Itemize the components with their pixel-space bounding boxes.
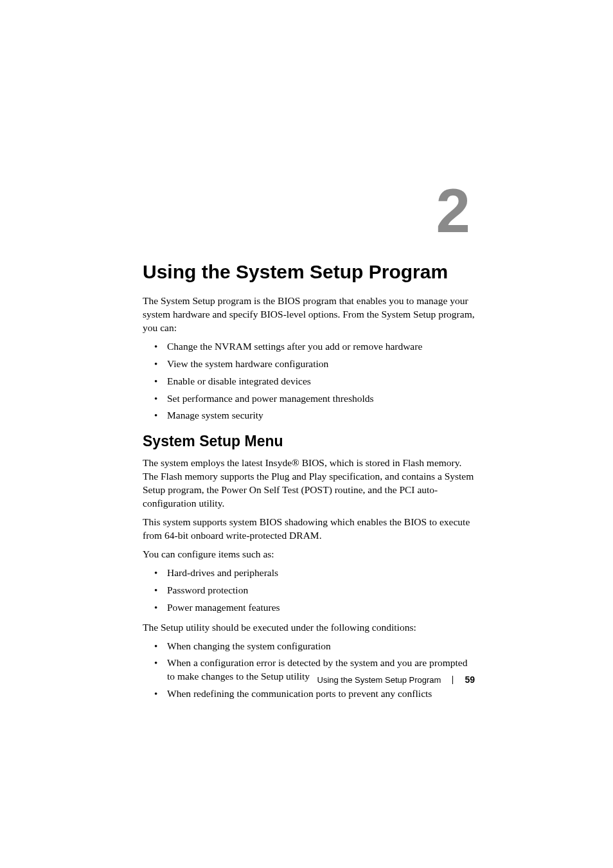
section-paragraph: The Setup utility should be executed und… (143, 621, 477, 635)
list-item: Hard-drives and peripherals (154, 566, 477, 580)
list-item: Power management features (154, 601, 477, 615)
conditions-bullet-list: When changing the system configuration W… (154, 640, 477, 701)
list-item: View the system hardware configuration (154, 357, 477, 371)
list-item: When redefining the communication ports … (154, 687, 477, 701)
list-item: When changing the system configuration (154, 640, 477, 653)
section-paragraph: The system employs the latest Insyde® BI… (143, 457, 477, 511)
page-number: 59 (465, 674, 475, 685)
section-paragraph: You can configure items such as: (143, 548, 477, 561)
page-footer: Using the System Setup Program 59 (317, 674, 475, 685)
list-item: Manage system security (154, 409, 477, 422)
intro-bullet-list: Change the NVRAM settings after you add … (154, 340, 477, 423)
intro-paragraph: The System Setup program is the BIOS pro… (143, 294, 477, 335)
chapter-title: Using the System Setup Program (143, 261, 477, 283)
config-bullet-list: Hard-drives and peripherals Password pro… (154, 566, 477, 615)
page-content: 2 Using the System Setup Program The Sys… (143, 180, 477, 707)
list-item: Change the NVRAM settings after you add … (154, 340, 477, 354)
chapter-number: 2 (143, 180, 477, 242)
footer-label: Using the System Setup Program (317, 675, 441, 685)
section-paragraph: This system supports system BIOS shadowi… (143, 516, 477, 543)
list-item: Set performance and power management thr… (154, 392, 477, 406)
section-title: System Setup Menu (143, 433, 477, 450)
footer-separator (452, 676, 453, 684)
list-item: Password protection (154, 584, 477, 597)
list-item: Enable or disable integrated devices (154, 375, 477, 388)
